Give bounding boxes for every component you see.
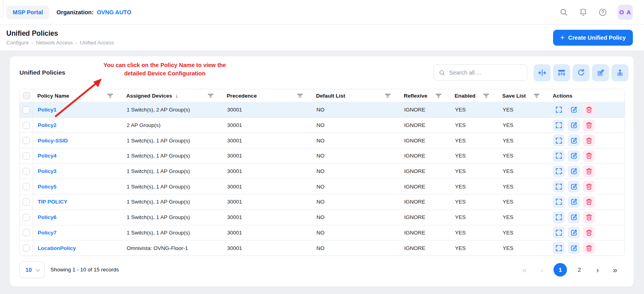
expand-button[interactable]: [553, 150, 565, 162]
breadcrumb-item[interactable]: Unified Access: [80, 40, 114, 46]
delete-button[interactable]: [583, 242, 595, 254]
delete-button[interactable]: [583, 119, 595, 131]
edit-button[interactable]: [568, 181, 580, 192]
delete-button[interactable]: [583, 135, 595, 146]
row-checkbox[interactable]: [23, 106, 30, 113]
organization-value-link[interactable]: OVNG AUTO: [97, 9, 131, 15]
save-list-cell: YES: [498, 122, 548, 128]
edit-button[interactable]: [568, 104, 580, 116]
expand-button[interactable]: [553, 135, 565, 146]
policy-name-link[interactable]: Policy-SSID: [38, 138, 68, 144]
filter-icon[interactable]: [385, 93, 391, 98]
page-size-select[interactable]: 10: [19, 261, 45, 278]
reflexive-cell: IGNORE: [399, 138, 450, 144]
delete-button[interactable]: [583, 211, 595, 223]
pagination: « ‹ 1 2 › »: [519, 263, 621, 277]
expand-button[interactable]: [553, 196, 565, 208]
filter-icon[interactable]: [208, 93, 214, 98]
last-page-button[interactable]: »: [609, 266, 621, 274]
policy-name-link[interactable]: Policy7: [38, 230, 56, 236]
row-checkbox[interactable]: [23, 244, 30, 252]
policy-name-link[interactable]: Policy3: [38, 168, 56, 174]
expand-button[interactable]: [553, 227, 565, 238]
filter-icon[interactable]: [483, 93, 489, 98]
delete-button[interactable]: [583, 104, 595, 116]
bell-icon[interactable]: [579, 8, 588, 17]
expand-button[interactable]: [553, 104, 565, 116]
delete-button[interactable]: [583, 181, 595, 192]
policy-name-link[interactable]: Policy4: [38, 153, 56, 159]
page-2-button[interactable]: 2: [573, 263, 586, 277]
row-checkbox[interactable]: [23, 214, 30, 221]
policy-name-link[interactable]: LocationPolicy: [38, 245, 76, 251]
page-1-button[interactable]: 1: [553, 263, 567, 277]
expand-button[interactable]: [553, 242, 565, 254]
assigned-devices-cell: 1 Switch(s), 1 AP Group(s): [122, 214, 222, 220]
edit-button[interactable]: [568, 242, 580, 254]
user-avatar[interactable]: O A: [618, 5, 633, 20]
column-header-reflexive[interactable]: Reflexive: [399, 93, 450, 99]
table-row: Policy6 1 Switch(s), 1 AP Group(s) 30001…: [20, 209, 625, 225]
export-button[interactable]: [592, 64, 609, 81]
delete-button[interactable]: [583, 196, 595, 208]
expand-button[interactable]: [553, 181, 565, 192]
policy-name-link[interactable]: Policy2: [38, 122, 56, 128]
first-page-button[interactable]: «: [519, 266, 530, 274]
page-title: Unified Policies: [6, 29, 114, 38]
column-resize-button[interactable]: [534, 64, 551, 81]
edit-button[interactable]: [568, 211, 580, 223]
edit-button[interactable]: [568, 150, 580, 162]
filter-icon[interactable]: [297, 93, 303, 98]
row-checkbox[interactable]: [23, 168, 30, 175]
refresh-button[interactable]: [573, 64, 590, 81]
column-header-precedence[interactable]: Precedence: [222, 93, 312, 99]
row-checkbox[interactable]: [23, 229, 30, 236]
delete-icon: [585, 167, 593, 175]
search-icon[interactable]: [559, 8, 568, 17]
select-all-checkbox[interactable]: [23, 92, 30, 99]
column-header-assigned-devices[interactable]: Assigned Devices ↓: [122, 92, 222, 99]
edit-button[interactable]: [568, 227, 580, 238]
edit-button[interactable]: [568, 196, 580, 208]
policy-name-link[interactable]: Policy5: [38, 184, 56, 190]
create-unified-policy-button[interactable]: + Create Unified Policy: [553, 30, 633, 46]
sort-descending-icon[interactable]: ↓: [175, 92, 178, 99]
edit-button[interactable]: [568, 119, 580, 131]
upload-button[interactable]: [611, 64, 629, 81]
filter-icon[interactable]: [107, 93, 113, 98]
policy-name-link[interactable]: TIP POLICY: [38, 199, 67, 205]
filter-icon[interactable]: [534, 93, 540, 98]
column-header-enabled[interactable]: Enabled: [450, 93, 498, 99]
delete-button[interactable]: [583, 165, 595, 177]
delete-icon: [585, 106, 593, 113]
column-header-policy-name[interactable]: Policy Name: [33, 93, 122, 99]
expand-button[interactable]: [553, 119, 565, 131]
delete-button[interactable]: [583, 227, 595, 238]
expand-button[interactable]: [553, 211, 565, 223]
breadcrumb-item[interactable]: Configure: [6, 40, 29, 46]
edit-button[interactable]: [568, 135, 580, 146]
delete-button[interactable]: [583, 150, 595, 162]
msp-portal-button[interactable]: MSP Portal: [6, 6, 49, 19]
row-checkbox[interactable]: [23, 152, 30, 159]
edit-icon: [570, 244, 578, 252]
search-input[interactable]: [449, 69, 522, 76]
filter-icon[interactable]: [436, 93, 442, 98]
columns-button[interactable]: [553, 64, 570, 81]
edit-button[interactable]: [568, 165, 580, 177]
delete-icon: [585, 213, 593, 221]
column-header-default-list[interactable]: Default List: [312, 93, 399, 99]
column-header-save-list[interactable]: Save List: [498, 93, 548, 99]
breadcrumb-item[interactable]: Network Access: [36, 40, 73, 46]
export-icon: [596, 69, 605, 77]
prev-page-button[interactable]: ‹: [536, 266, 548, 274]
policy-name-link[interactable]: Policy1: [38, 107, 56, 113]
help-icon[interactable]: [598, 8, 607, 17]
row-checkbox[interactable]: [23, 137, 30, 144]
policy-name-link[interactable]: Policy6: [38, 214, 56, 220]
row-checkbox[interactable]: [23, 122, 30, 129]
row-checkbox[interactable]: [23, 183, 30, 190]
row-checkbox[interactable]: [23, 198, 30, 206]
next-page-button[interactable]: ›: [592, 266, 604, 274]
expand-button[interactable]: [553, 165, 565, 177]
